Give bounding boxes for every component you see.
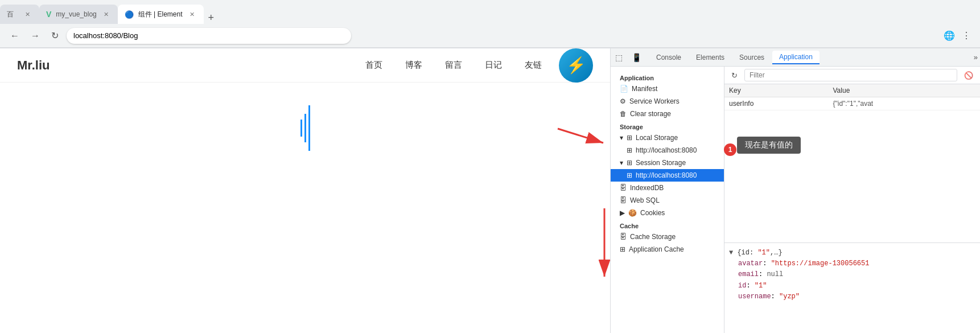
site-icon-button[interactable]: ⚡ — [559, 48, 593, 83]
notification-badge: 1 — [724, 143, 736, 156]
sidebar-item-service-workers[interactable]: ⚙ Service Workers — [611, 95, 724, 108]
sidebar-item-session-storage-url[interactable]: ⊞ http://localhost:8080 — [611, 169, 724, 182]
tab-sources[interactable]: Sources — [732, 51, 771, 64]
sidebar-item-local-storage-url[interactable]: ⊞ http://localhost:8080 — [611, 144, 724, 157]
expand-icon[interactable]: ▼ — [729, 249, 733, 257]
translate-icon[interactable]: 🌐 — [941, 28, 957, 43]
new-tab-button[interactable]: + — [204, 12, 219, 24]
nav-diary[interactable]: 日记 — [485, 60, 502, 71]
menu-button[interactable]: ⋮ — [960, 28, 973, 43]
local-storage-expand-icon: ▾ — [620, 134, 623, 142]
json-key-email: email — [738, 270, 759, 278]
nav-message[interactable]: 留言 — [445, 60, 462, 71]
tab-blank[interactable]: 百 ✕ — [0, 5, 39, 24]
sidebar-item-cookies[interactable]: ▶ 🍪 Cookies — [611, 207, 724, 219]
main-area: Mr.liu 首页 博客 留言 日记 友链 ⚡ — [0, 48, 980, 333]
storage-table: Key Value userInfo {"id":"1","avat — [724, 84, 980, 242]
tab-element-label: 组件 | Element — [138, 10, 183, 19]
tab-elements[interactable]: Elements — [689, 51, 731, 64]
cell-value: {"id":"1","avat — [829, 97, 981, 110]
json-line-id: id: "1" — [738, 281, 975, 291]
json-val-id: "1" — [755, 282, 767, 290]
nav-friends[interactable]: 友链 — [525, 60, 542, 71]
devtools-body: Application 📄 Manifest ⚙ Service Workers… — [611, 67, 980, 333]
sidebar-item-local-storage[interactable]: ▾ ⊞ Local Storage — [611, 131, 724, 144]
indexeddb-icon: 🗄 — [620, 184, 627, 192]
sidebar-item-cache-storage[interactable]: 🗄 Cache Storage — [611, 231, 724, 243]
sidebar-item-session-storage[interactable]: ▾ ⊞ Session Storage — [611, 157, 724, 169]
devtools-main-toolbar: ↻ 🚫 — [724, 67, 980, 84]
lightning-icon: ⚡ — [566, 56, 586, 75]
url-input[interactable] — [67, 28, 351, 44]
tab-element-close[interactable]: ✕ — [187, 10, 197, 19]
devtools-main: ↻ 🚫 Key Value — [724, 67, 980, 333]
tab-console[interactable]: Console — [649, 51, 688, 64]
clear-filter-btn[interactable]: 🚫 — [962, 70, 975, 81]
refresh-button[interactable]: ↻ — [48, 28, 62, 43]
bar-3 — [308, 105, 310, 151]
nav-blog[interactable]: 博客 — [405, 60, 422, 71]
local-storage-icon: ⊞ — [627, 134, 632, 142]
sidebar-item-clear-storage[interactable]: 🗑 Clear storage — [611, 108, 724, 120]
session-storage-icon: ⊞ — [627, 159, 632, 167]
section-storage-label: Storage — [611, 120, 724, 131]
devtools-inspect-icon[interactable]: ⬚ — [613, 52, 625, 63]
back-button[interactable]: ← — [7, 28, 23, 43]
application-cache-icon: ⊞ — [620, 245, 625, 253]
devtools-device-icon[interactable]: 📱 — [629, 52, 644, 63]
devtools-more-btn[interactable]: » — [974, 53, 978, 61]
devtools-sidebar: Application 📄 Manifest ⚙ Service Workers… — [611, 67, 724, 333]
bar-1 — [300, 120, 302, 137]
browser-actions: 🌐 ⋮ — [941, 28, 973, 43]
cell-key: userInfo — [724, 97, 829, 110]
json-val-avatar: "https://image-130056651 — [771, 260, 870, 268]
cookies-expand-icon: ▶ — [620, 209, 625, 217]
local-storage-url-icon: ⊞ — [627, 146, 632, 154]
table-row[interactable]: userInfo {"id":"1","avat — [724, 97, 980, 110]
tab-blank-close[interactable]: ✕ — [23, 10, 32, 19]
section-cache-label: Cache — [611, 219, 724, 231]
sidebar-item-web-sql[interactable]: 🗄 Web SQL — [611, 194, 724, 207]
site-header: Mr.liu 首页 博客 留言 日记 友链 ⚡ — [0, 48, 610, 83]
session-storage-url-icon: ⊞ — [627, 171, 632, 179]
address-bar: ← → ↻ 🌐 ⋮ — [0, 24, 980, 48]
tab-application[interactable]: Application — [772, 51, 820, 64]
tab-vue-close[interactable]: ✕ — [101, 10, 111, 19]
site-content — [0, 83, 610, 174]
forward-button[interactable]: → — [27, 28, 43, 43]
tab-my-vue-blog[interactable]: V my_vue_blog ✕ — [39, 5, 118, 24]
session-storage-expand-icon: ▾ — [620, 159, 623, 167]
cookies-icon: 🍪 — [628, 209, 637, 217]
sidebar-item-application-cache[interactable]: ⊞ Application Cache — [611, 243, 724, 256]
manifest-icon: 📄 — [620, 85, 628, 93]
sidebar-item-manifest[interactable]: 📄 Manifest — [611, 83, 724, 95]
cache-storage-icon: 🗄 — [620, 233, 627, 241]
filter-input[interactable] — [744, 69, 957, 81]
nav-home[interactable]: 首页 — [365, 60, 382, 71]
devtools-toolbar-icons: ⬚ 📱 — [613, 52, 644, 63]
json-line-username: username: "yzp" — [738, 291, 975, 302]
devtools-bottom-panel: ▼ {id: "1",…} avatar: "https://image-130… — [724, 242, 980, 333]
json-key-avatar: avatar — [738, 260, 763, 268]
json-line-1: ▼ {id: "1",…} — [729, 248, 975, 258]
tab-blank-favicon: 百 — [7, 10, 14, 19]
devtools-panel: ⬚ 📱 Console Elements Sources Application… — [610, 48, 980, 333]
site-logo: Mr.liu — [17, 58, 50, 73]
col-header-value: Value — [829, 84, 981, 97]
json-brace-open: {id: "1",…} — [737, 249, 782, 257]
tab-vue-label: my_vue_blog — [56, 10, 96, 18]
section-application-label: Application — [611, 71, 724, 83]
json-key-username: username — [738, 293, 771, 301]
bar-2 — [304, 114, 306, 142]
col-header-key: Key — [724, 84, 829, 97]
tab-element-favicon: 🔵 — [125, 10, 134, 19]
tab-bar: 百 ✕ V my_vue_blog ✕ 🔵 组件 | Element ✕ + — [0, 0, 980, 24]
website-content: Mr.liu 首页 博客 留言 日记 友链 ⚡ — [0, 48, 610, 333]
sidebar-item-indexeddb[interactable]: 🗄 IndexedDB — [611, 182, 724, 194]
vertical-bars — [300, 105, 310, 151]
tab-vue-favicon: V — [46, 10, 51, 19]
tab-element[interactable]: 🔵 组件 | Element ✕ — [118, 5, 204, 24]
json-val-username: "yzp" — [779, 293, 800, 301]
tooltip-text: 现在是有值的 — [737, 137, 801, 154]
refresh-storage-btn[interactable]: ↻ — [729, 70, 740, 81]
